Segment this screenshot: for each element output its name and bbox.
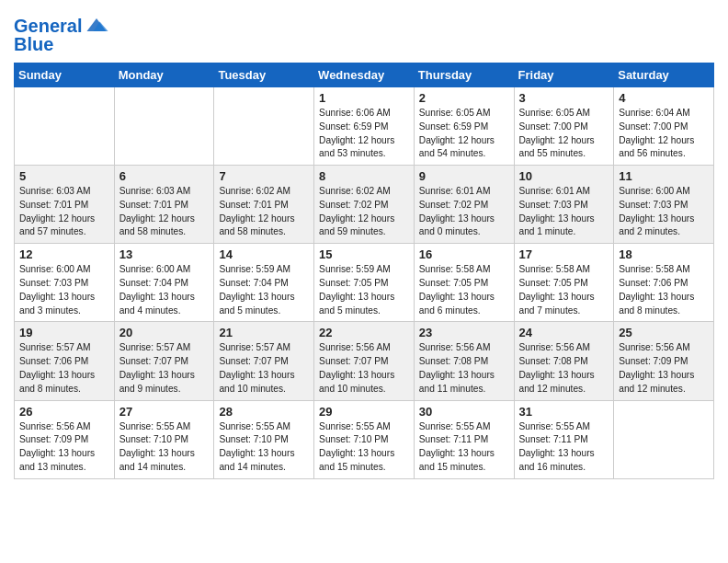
day-number: 2 <box>419 91 509 105</box>
day-number: 9 <box>419 169 509 183</box>
calendar-week-row: 1Sunrise: 6:06 AM Sunset: 6:59 PM Daylig… <box>15 87 714 166</box>
day-number: 24 <box>519 326 609 339</box>
day-number: 31 <box>519 405 609 419</box>
calendar-cell: 15Sunrise: 5:59 AM Sunset: 7:05 PM Dayli… <box>314 244 415 322</box>
day-number: 30 <box>419 405 509 419</box>
calendar-cell: 8Sunrise: 6:02 AM Sunset: 7:02 PM Daylig… <box>314 166 415 244</box>
day-info: Sunrise: 6:05 AM Sunset: 6:59 PM Dayligh… <box>419 107 509 161</box>
calendar-cell: 5Sunrise: 6:03 AM Sunset: 7:01 PM Daylig… <box>15 166 115 244</box>
calendar-cell: 4Sunrise: 6:04 AM Sunset: 7:00 PM Daylig… <box>614 87 714 166</box>
day-info: Sunrise: 5:55 AM Sunset: 7:10 PM Dayligh… <box>319 420 409 475</box>
calendar-cell: 2Sunrise: 6:05 AM Sunset: 6:59 PM Daylig… <box>414 87 514 166</box>
day-number: 23 <box>419 326 509 339</box>
calendar-cell: 14Sunrise: 5:59 AM Sunset: 7:04 PM Dayli… <box>214 244 314 322</box>
calendar-week-row: 5Sunrise: 6:03 AM Sunset: 7:01 PM Daylig… <box>15 166 714 244</box>
calendar-cell: 7Sunrise: 6:02 AM Sunset: 7:01 PM Daylig… <box>214 166 314 244</box>
day-info: Sunrise: 6:00 AM Sunset: 7:03 PM Dayligh… <box>19 263 109 317</box>
calendar-cell: 28Sunrise: 5:55 AM Sunset: 7:10 PM Dayli… <box>214 400 314 478</box>
day-number: 12 <box>19 247 109 261</box>
weekday-header-sunday: Sunday <box>15 63 115 87</box>
weekday-header-thursday: Thursday <box>414 63 514 87</box>
day-info: Sunrise: 5:56 AM Sunset: 7:08 PM Dayligh… <box>419 341 509 396</box>
calendar-cell <box>214 87 314 166</box>
day-number: 14 <box>219 247 309 261</box>
day-number: 4 <box>619 91 709 105</box>
calendar-cell: 16Sunrise: 5:58 AM Sunset: 7:05 PM Dayli… <box>414 244 514 322</box>
day-number: 15 <box>319 247 409 261</box>
day-info: Sunrise: 5:57 AM Sunset: 7:07 PM Dayligh… <box>119 341 210 396</box>
day-info: Sunrise: 5:56 AM Sunset: 7:09 PM Dayligh… <box>619 341 709 396</box>
day-info: Sunrise: 6:04 AM Sunset: 7:00 PM Dayligh… <box>619 107 709 161</box>
calendar-cell: 17Sunrise: 5:58 AM Sunset: 7:05 PM Dayli… <box>514 244 614 322</box>
day-info: Sunrise: 6:06 AM Sunset: 6:59 PM Dayligh… <box>319 107 409 161</box>
calendar-header-row: SundayMondayTuesdayWednesdayThursdayFrid… <box>15 63 714 87</box>
day-info: Sunrise: 5:57 AM Sunset: 7:07 PM Dayligh… <box>219 341 309 396</box>
day-number: 28 <box>219 405 309 419</box>
day-info: Sunrise: 5:59 AM Sunset: 7:05 PM Dayligh… <box>319 263 409 317</box>
calendar-week-row: 12Sunrise: 6:00 AM Sunset: 7:03 PM Dayli… <box>15 244 714 322</box>
day-number: 3 <box>519 91 609 105</box>
day-number: 27 <box>119 405 210 419</box>
calendar-cell: 6Sunrise: 6:03 AM Sunset: 7:01 PM Daylig… <box>114 166 214 244</box>
calendar-cell: 12Sunrise: 6:00 AM Sunset: 7:03 PM Dayli… <box>15 244 115 322</box>
day-number: 18 <box>619 247 709 261</box>
calendar-cell: 22Sunrise: 5:56 AM Sunset: 7:07 PM Dayli… <box>314 322 415 400</box>
calendar-cell: 21Sunrise: 5:57 AM Sunset: 7:07 PM Dayli… <box>214 322 314 400</box>
day-number: 13 <box>119 247 210 261</box>
day-info: Sunrise: 5:55 AM Sunset: 7:10 PM Dayligh… <box>119 420 210 475</box>
day-number: 16 <box>419 247 509 261</box>
day-info: Sunrise: 5:56 AM Sunset: 7:09 PM Dayligh… <box>19 420 109 475</box>
calendar-cell: 3Sunrise: 6:05 AM Sunset: 7:00 PM Daylig… <box>514 87 614 166</box>
page-container: General Blue SundayMondayTuesdayWednesda… <box>0 0 728 493</box>
day-info: Sunrise: 6:00 AM Sunset: 7:04 PM Dayligh… <box>119 263 210 317</box>
logo: General Blue <box>14 14 109 55</box>
calendar-cell: 19Sunrise: 5:57 AM Sunset: 7:06 PM Dayli… <box>15 322 115 400</box>
calendar-cell <box>15 87 115 166</box>
day-number: 5 <box>19 169 109 183</box>
day-info: Sunrise: 6:03 AM Sunset: 7:01 PM Dayligh… <box>19 185 109 239</box>
calendar-cell: 10Sunrise: 6:01 AM Sunset: 7:03 PM Dayli… <box>514 166 614 244</box>
day-number: 10 <box>519 169 609 183</box>
day-info: Sunrise: 5:56 AM Sunset: 7:07 PM Dayligh… <box>319 341 409 396</box>
day-info: Sunrise: 6:01 AM Sunset: 7:02 PM Dayligh… <box>419 185 509 239</box>
day-number: 19 <box>19 326 109 339</box>
page-header: General Blue <box>14 9 714 55</box>
day-info: Sunrise: 6:02 AM Sunset: 7:01 PM Dayligh… <box>219 185 309 239</box>
day-info: Sunrise: 6:00 AM Sunset: 7:03 PM Dayligh… <box>619 185 709 239</box>
calendar-cell: 31Sunrise: 5:55 AM Sunset: 7:11 PM Dayli… <box>514 400 614 478</box>
calendar-table: SundayMondayTuesdayWednesdayThursdayFrid… <box>14 63 714 479</box>
day-info: Sunrise: 5:55 AM Sunset: 7:11 PM Dayligh… <box>419 420 509 475</box>
day-number: 21 <box>219 326 309 339</box>
day-info: Sunrise: 5:56 AM Sunset: 7:08 PM Dayligh… <box>519 341 609 396</box>
day-number: 26 <box>19 405 109 419</box>
day-number: 17 <box>519 247 609 261</box>
weekday-header-friday: Friday <box>514 63 614 87</box>
day-info: Sunrise: 5:55 AM Sunset: 7:10 PM Dayligh… <box>219 420 309 475</box>
day-info: Sunrise: 5:58 AM Sunset: 7:06 PM Dayligh… <box>619 263 709 317</box>
calendar-cell: 9Sunrise: 6:01 AM Sunset: 7:02 PM Daylig… <box>414 166 514 244</box>
calendar-cell <box>614 400 714 478</box>
day-info: Sunrise: 6:02 AM Sunset: 7:02 PM Dayligh… <box>319 185 409 239</box>
calendar-cell: 27Sunrise: 5:55 AM Sunset: 7:10 PM Dayli… <box>114 400 214 478</box>
calendar-cell: 24Sunrise: 5:56 AM Sunset: 7:08 PM Dayli… <box>514 322 614 400</box>
day-number: 11 <box>619 169 709 183</box>
calendar-cell: 30Sunrise: 5:55 AM Sunset: 7:11 PM Dayli… <box>414 400 514 478</box>
day-number: 1 <box>319 91 409 105</box>
calendar-cell: 23Sunrise: 5:56 AM Sunset: 7:08 PM Dayli… <box>414 322 514 400</box>
calendar-cell: 18Sunrise: 5:58 AM Sunset: 7:06 PM Dayli… <box>614 244 714 322</box>
day-number: 6 <box>119 169 210 183</box>
day-number: 20 <box>119 326 210 339</box>
day-info: Sunrise: 5:57 AM Sunset: 7:06 PM Dayligh… <box>19 341 109 396</box>
day-info: Sunrise: 6:01 AM Sunset: 7:03 PM Dayligh… <box>519 185 609 239</box>
calendar-cell: 29Sunrise: 5:55 AM Sunset: 7:10 PM Dayli… <box>314 400 415 478</box>
day-number: 22 <box>319 326 409 339</box>
calendar-cell <box>114 87 214 166</box>
day-info: Sunrise: 5:58 AM Sunset: 7:05 PM Dayligh… <box>519 263 609 317</box>
logo-text: General <box>14 16 82 36</box>
calendar-cell: 1Sunrise: 6:06 AM Sunset: 6:59 PM Daylig… <box>314 87 415 166</box>
day-info: Sunrise: 5:58 AM Sunset: 7:05 PM Dayligh… <box>419 263 509 317</box>
day-info: Sunrise: 5:59 AM Sunset: 7:04 PM Dayligh… <box>219 263 309 317</box>
calendar-cell: 25Sunrise: 5:56 AM Sunset: 7:09 PM Dayli… <box>614 322 714 400</box>
day-number: 7 <box>219 169 309 183</box>
day-info: Sunrise: 5:55 AM Sunset: 7:11 PM Dayligh… <box>519 420 609 475</box>
